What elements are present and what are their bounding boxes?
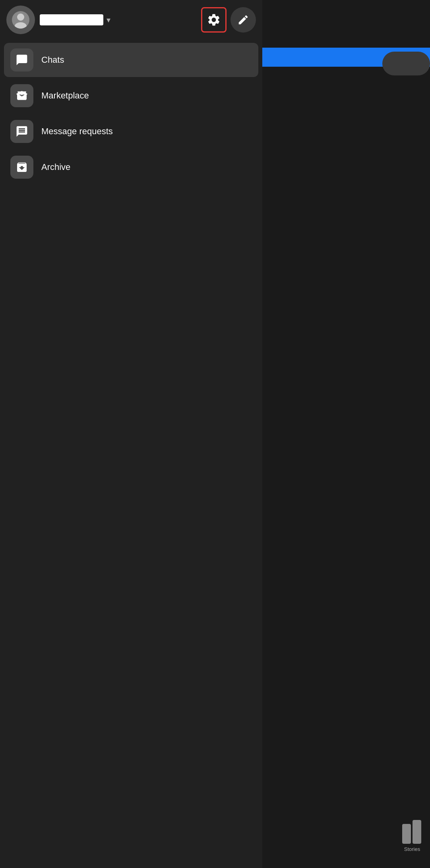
pencil-icon xyxy=(237,14,249,26)
menu-item-marketplace[interactable]: Marketplace xyxy=(4,79,258,113)
header-actions xyxy=(201,7,256,33)
menu-item-archive-label: Archive xyxy=(41,162,70,172)
compose-button[interactable] xyxy=(230,7,256,33)
stories-icon xyxy=(402,820,422,844)
drawer-panel: ▾ Chats xyxy=(0,0,262,868)
marketplace-icon xyxy=(15,89,28,102)
menu-item-marketplace-label: Marketplace xyxy=(41,91,89,101)
chevron-down-icon[interactable]: ▾ xyxy=(107,15,110,25)
gear-icon xyxy=(207,13,221,27)
menu-item-chats[interactable]: Chats xyxy=(4,43,258,77)
username-bar xyxy=(40,14,103,25)
username-area: ▾ xyxy=(40,14,196,25)
menu-item-message-requests-label: Message requests xyxy=(41,126,113,137)
right-panel: Stories xyxy=(262,0,430,868)
stories-area: Stories xyxy=(402,820,422,852)
menu-list: Chats Marketplace Message requests xyxy=(0,40,262,187)
avatar-image xyxy=(12,11,29,29)
settings-button[interactable] xyxy=(201,7,227,33)
header: ▾ xyxy=(0,0,262,40)
stories-rect-2 xyxy=(413,820,421,844)
toggle-area xyxy=(382,52,430,75)
menu-item-chats-label: Chats xyxy=(41,55,64,65)
menu-item-archive[interactable]: Archive xyxy=(4,150,258,184)
chat-bubble-icon-container xyxy=(10,48,33,71)
menu-item-message-requests[interactable]: Message requests xyxy=(4,114,258,149)
message-requests-icon xyxy=(15,125,28,138)
message-requests-icon-container xyxy=(10,120,33,143)
archive-icon-container xyxy=(10,156,33,179)
stories-rect-1 xyxy=(402,824,411,844)
marketplace-icon-container xyxy=(10,84,33,107)
chat-bubble-icon xyxy=(15,54,28,66)
archive-icon xyxy=(15,161,28,174)
stories-label: Stories xyxy=(404,846,420,852)
avatar[interactable] xyxy=(6,6,35,34)
